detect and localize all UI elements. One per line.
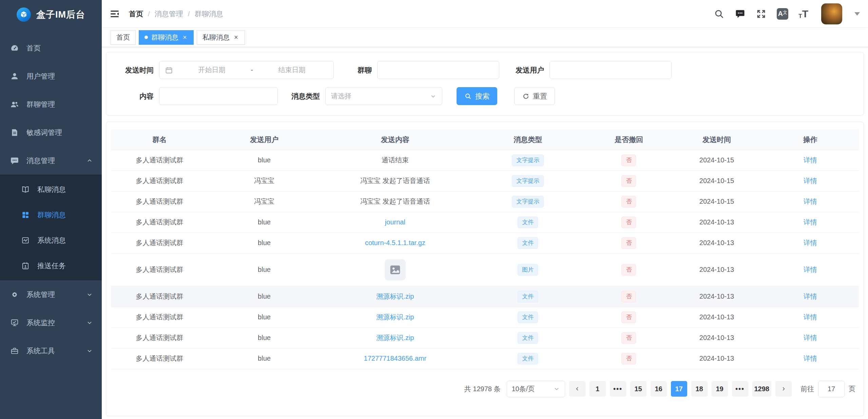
page-button[interactable]: 16 — [651, 381, 667, 397]
search-button[interactable]: 搜索 — [457, 87, 497, 105]
book-icon — [21, 185, 30, 194]
reset-button[interactable]: 重置 — [514, 87, 555, 105]
page-button[interactable]: 19 — [712, 381, 728, 397]
detail-link[interactable]: 详情 — [804, 198, 817, 205]
avatar-caret-down-icon[interactable] — [854, 12, 860, 16]
sidebar-item-system-tools[interactable]: 系统工具 — [0, 337, 102, 365]
detail-link[interactable]: 详情 — [804, 355, 817, 362]
file-link[interactable]: journal — [385, 218, 405, 226]
detail-link[interactable]: 详情 — [804, 218, 817, 226]
page-unit-label: 页 — [849, 384, 855, 394]
table-row: 多人通话测试群 blue journal 文件 否 2024-10-13 详情 — [111, 212, 859, 233]
detail-link[interactable]: 详情 — [804, 334, 817, 341]
detail-link[interactable]: 详情 — [804, 293, 817, 300]
end-date-placeholder[interactable]: 结束日期 — [256, 65, 328, 75]
detail-link[interactable]: 详情 — [804, 313, 817, 321]
page-jumper: 前往 页 — [801, 381, 855, 397]
font-size-icon[interactable]: T T — [798, 9, 808, 19]
close-icon[interactable] — [182, 34, 188, 40]
close-icon[interactable] — [233, 34, 239, 40]
more-pages-ellipsis[interactable]: ••• — [732, 381, 748, 397]
tab-private-messages[interactable]: 私聊消息 — [197, 30, 245, 45]
page-button[interactable]: 18 — [691, 381, 708, 397]
breadcrumb-home[interactable]: 首页 — [129, 9, 143, 19]
user-avatar[interactable] — [821, 3, 842, 24]
monitor-icon — [10, 318, 19, 327]
font-size-small-letter: T — [798, 13, 802, 19]
sidebar-item-home[interactable]: 首页 — [0, 34, 102, 62]
next-page-button[interactable] — [775, 381, 792, 397]
sidebar-subitem-group-messages[interactable]: 群聊消息 — [0, 202, 102, 227]
cell-content: 通话结束 — [320, 150, 470, 171]
recalled-tag: 否 — [621, 264, 636, 276]
content-input[interactable] — [159, 87, 278, 105]
grid-icon — [21, 211, 30, 219]
sidebar-subitem-label: 系统消息 — [37, 236, 102, 245]
start-date-placeholder[interactable]: 开始日期 — [176, 65, 248, 75]
file-link[interactable]: 溯源标识.zip — [376, 334, 414, 341]
detail-link[interactable]: 详情 — [804, 239, 817, 246]
file-link[interactable]: 溯源标识.zip — [376, 293, 414, 300]
sidebar-item-system-admin[interactable]: 系统管理 — [0, 280, 102, 308]
app-logo: 盒子IM后台 — [0, 0, 102, 29]
sidebar-subitem-push-tasks[interactable]: 推送任务 — [0, 253, 102, 278]
msg-type-select[interactable]: 请选择 — [325, 87, 442, 105]
tab-home[interactable]: 首页 — [111, 30, 136, 45]
date-range-picker[interactable]: 开始日期 - 结束日期 — [159, 61, 334, 79]
msg-type-tag: 文件 — [518, 353, 538, 364]
tab-label: 首页 — [116, 33, 130, 42]
current-page-button[interactable]: 17 — [671, 381, 687, 397]
cell-group: 多人通话测试群 — [111, 253, 208, 286]
prev-page-button[interactable] — [569, 381, 585, 397]
msg-type-tag: 文字提示 — [512, 196, 544, 207]
send-user-input[interactable] — [549, 61, 672, 79]
image-thumbnail[interactable] — [385, 259, 406, 280]
sidebar-item-groups[interactable]: 群聊管理 — [0, 90, 102, 118]
chevron-down-icon — [86, 319, 93, 326]
search-icon[interactable] — [714, 8, 725, 19]
sidebar-item-system-monitor[interactable]: 系统监控 — [0, 308, 102, 337]
tabs-bar: 首页 群聊消息 私聊消息 — [102, 28, 868, 47]
sidebar-item-users[interactable]: 用户管理 — [0, 62, 102, 90]
cell-group: 多人通话测试群 — [111, 212, 208, 233]
sidebar-item-label: 敏感词管理 — [26, 128, 93, 137]
page-button[interactable]: 1 — [590, 381, 606, 397]
group-chat-input[interactable] — [377, 61, 499, 79]
fullscreen-icon[interactable] — [756, 8, 767, 19]
breadcrumb-separator: / — [188, 10, 190, 18]
file-link[interactable]: 溯源标识.zip — [376, 313, 414, 321]
cell-user: blue — [208, 327, 321, 348]
cell-user: 冯宝宝 — [208, 191, 321, 212]
page-size-select[interactable]: 10条/页 — [507, 381, 565, 397]
file-link[interactable]: 1727771843656.amr — [364, 355, 427, 362]
breadcrumb: 首页 / 消息管理 / 群聊消息 — [129, 9, 223, 19]
detail-link[interactable]: 详情 — [804, 177, 817, 184]
sidebar: 盒子IM后台 首页 用户管理 群聊管理 — [0, 0, 102, 419]
file-link[interactable]: coturn-4.5.1.1.tar.gz — [365, 239, 425, 246]
tab-group-messages[interactable]: 群聊消息 — [139, 30, 194, 45]
table-row: 多人通话测试群 冯宝宝 冯宝宝 发起了语音通话 文字提示 否 2024-10-1… — [111, 171, 859, 191]
cell-time: 2024-10-13 — [672, 212, 762, 233]
page-button[interactable]: 1298 — [752, 381, 772, 397]
sidebar-subitem-system-messages[interactable]: 系统消息 — [0, 227, 102, 253]
message-bubble-icon[interactable] — [735, 8, 746, 19]
col-content: 发送内容 — [320, 129, 470, 150]
detail-link[interactable]: 详情 — [804, 156, 817, 164]
translate-icon[interactable]: A 文 — [777, 8, 788, 20]
date-range-separator: - — [251, 66, 253, 74]
cell-group: 多人通话测试群 — [111, 307, 208, 327]
msg-type-tag: 文件 — [518, 332, 538, 344]
page-button[interactable]: 15 — [630, 381, 647, 397]
col-msg-type: 消息类型 — [470, 129, 586, 150]
goto-page-input[interactable] — [818, 381, 845, 397]
detail-link[interactable]: 详情 — [804, 266, 817, 273]
sidebar-item-messages[interactable]: 消息管理 — [0, 146, 102, 175]
collapse-sidebar-icon[interactable] — [109, 8, 120, 19]
sidebar-item-sensitive-words[interactable]: 敏感词管理 — [0, 118, 102, 146]
send-time-label: 发送时间 — [116, 65, 154, 75]
more-pages-ellipsis[interactable]: ••• — [610, 381, 626, 397]
active-dot-icon — [144, 36, 148, 39]
table-row: 多人通话测试群 blue 通话结束 文字提示 否 2024-10-15 详情 — [111, 150, 859, 171]
sidebar-subitem-private-messages[interactable]: 私聊消息 — [0, 177, 102, 202]
cell-user: blue — [208, 286, 321, 307]
